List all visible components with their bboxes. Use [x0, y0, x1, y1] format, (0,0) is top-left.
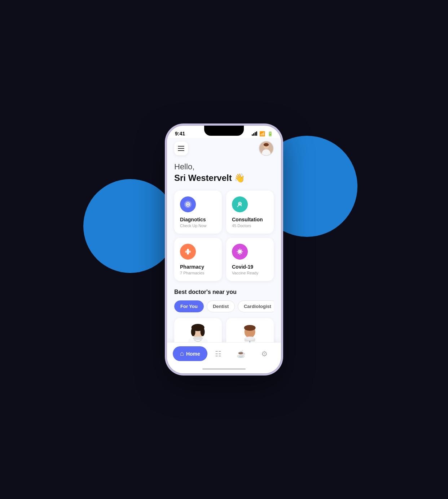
- tab-dentist[interactable]: Dentist: [207, 300, 235, 312]
- status-icons: 📶 🔋: [252, 131, 273, 136]
- top-bar: [174, 138, 274, 162]
- menu-button[interactable]: [174, 142, 188, 155]
- home-nav-button[interactable]: ⌂ Home: [173, 346, 207, 361]
- tab-cardiologist[interactable]: Cardiologist: [238, 300, 274, 312]
- service-cards-grid: Diagnotics Check Up Now Consultation 45 …: [174, 191, 274, 281]
- svg-point-19: [191, 327, 196, 336]
- wifi-icon: 📶: [259, 131, 265, 136]
- home-icon: ⌂: [180, 350, 184, 357]
- doctors-section-title: Best doctor's near you: [174, 289, 274, 295]
- consultation-card[interactable]: Consultation 45 Doctors: [226, 191, 274, 234]
- filter-tabs: For You Dentist Cardiologist Pulmonol...: [174, 300, 274, 312]
- pharmacy-title: Pharmacy: [180, 264, 216, 270]
- doctor-female-image: [177, 322, 220, 342]
- doctor-male-image: [229, 322, 272, 342]
- diagnostics-card[interactable]: Diagnotics Check Up Now: [174, 191, 222, 234]
- svg-point-20: [201, 327, 205, 336]
- covid-subtitle: Vaccine Ready: [232, 271, 268, 275]
- battery-icon: 🔋: [267, 131, 273, 136]
- svg-point-24: [244, 325, 256, 331]
- greeting-hello: Hello,: [174, 162, 274, 172]
- scene: 9:41 📶 🔋: [112, 114, 336, 385]
- menu-line-3: [178, 150, 184, 151]
- svg-rect-7: [185, 251, 191, 253]
- covid-card[interactable]: Covid-19 Vaccine Ready: [226, 238, 274, 281]
- signal-icon: [252, 131, 257, 136]
- pharmacy-subtitle: 7 Pharmacies: [180, 271, 216, 275]
- home-indicator: [202, 368, 246, 370]
- svg-point-12: [242, 251, 243, 252]
- svg-point-9: [240, 248, 241, 250]
- home-bar: [167, 366, 281, 373]
- svg-point-2: [264, 143, 269, 146]
- phone-content: Hello, Sri Westervelt 👋 Diagnotics: [167, 138, 281, 342]
- svg-point-11: [237, 251, 238, 252]
- svg-point-15: [238, 253, 239, 254]
- status-time: 9:41: [175, 131, 185, 136]
- user-avatar[interactable]: [259, 141, 274, 156]
- diagnostics-icon: [180, 196, 196, 212]
- svg-point-16: [241, 253, 242, 254]
- chat-icon[interactable]: ☕: [235, 348, 247, 360]
- bottom-nav: ⌂ Home ☷ ☕ ⚙: [167, 342, 281, 366]
- doctors-row: [174, 318, 274, 342]
- menu-line-1: [178, 146, 184, 147]
- home-label: Home: [186, 351, 200, 357]
- consultation-icon: [232, 196, 248, 212]
- svg-point-14: [241, 250, 242, 251]
- menu-line-2: [178, 148, 184, 149]
- doctor-card-female[interactable]: [174, 318, 222, 342]
- svg-point-28: [245, 337, 255, 340]
- consultation-title: Consultation: [232, 217, 268, 222]
- consultation-subtitle: 45 Doctors: [232, 224, 268, 228]
- svg-point-5: [239, 203, 241, 204]
- covid-title: Covid-19: [232, 264, 268, 270]
- svg-point-22: [193, 337, 203, 340]
- diagnostics-title: Diagnotics: [180, 217, 216, 222]
- diagnostics-subtitle: Check Up Now: [180, 224, 216, 228]
- svg-point-10: [240, 253, 241, 255]
- tab-for-you[interactable]: For You: [174, 300, 204, 312]
- list-icon[interactable]: ☷: [214, 348, 223, 360]
- doctor-card-male[interactable]: [226, 318, 274, 342]
- phone-shell: 9:41 📶 🔋: [166, 125, 282, 374]
- phone-notch: [204, 126, 244, 136]
- avatar-image: [259, 141, 273, 155]
- pharmacy-card[interactable]: Pharmacy 7 Pharmacies: [174, 238, 222, 281]
- settings-icon[interactable]: ⚙: [260, 348, 269, 360]
- nav-icons-group: ☷ ☕ ⚙: [207, 348, 275, 360]
- svg-point-13: [238, 250, 239, 251]
- decorative-circle-left: [83, 179, 177, 273]
- greeting-section: Hello, Sri Westervelt 👋: [174, 162, 274, 183]
- greeting-name: Sri Westervelt 👋: [174, 172, 274, 183]
- pharmacy-icon: [180, 244, 196, 260]
- covid-icon: [232, 244, 248, 260]
